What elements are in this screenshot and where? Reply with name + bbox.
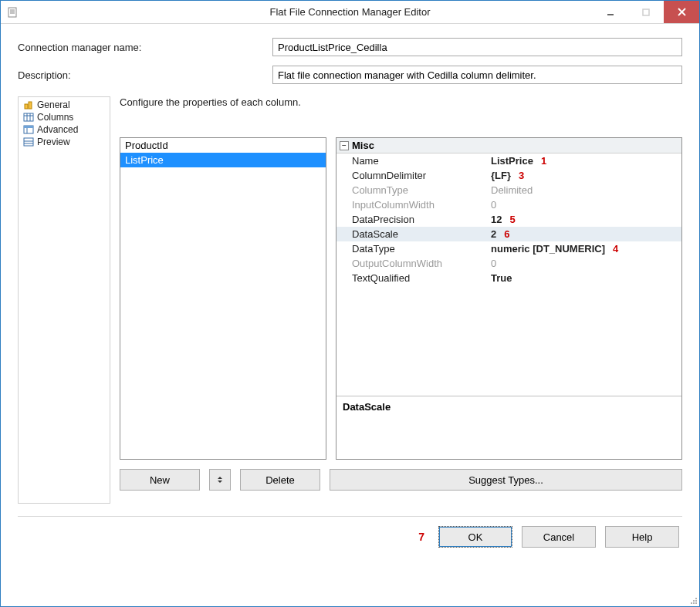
annotation: 1 (541, 155, 546, 167)
window-controls (593, 1, 699, 23)
property-row[interactable]: NameListPrice1 (336, 153, 681, 168)
new-button[interactable]: New (120, 469, 200, 491)
svg-marker-20 (218, 477, 222, 479)
svg-rect-8 (25, 104, 28, 109)
property-description: DataScale (336, 396, 681, 459)
collapse-icon[interactable]: − (340, 141, 349, 150)
help-button[interactable]: Help (605, 526, 679, 548)
svg-point-24 (695, 600, 697, 602)
ok-button[interactable]: OK (438, 526, 512, 548)
sidebar-item-label: Advanced (37, 124, 78, 135)
svg-point-27 (695, 598, 697, 599)
svg-rect-5 (643, 9, 649, 15)
property-name: ColumnDelimiter (352, 170, 491, 181)
sidebar-item-columns[interactable]: Columns (22, 111, 107, 123)
new-dropdown-button[interactable] (209, 469, 231, 491)
property-name: DataType (352, 243, 491, 255)
property-row[interactable]: TextQualifiedTrue (336, 271, 681, 285)
annotation: 4 (613, 243, 618, 255)
svg-point-26 (693, 600, 695, 602)
instruction-text: Configure the properties of each column. (120, 96, 682, 108)
svg-point-22 (695, 602, 697, 604)
connection-name-label: Connection manager name: (18, 42, 272, 53)
property-row[interactable]: InputColumnWidth0 (336, 197, 681, 212)
property-name: OutputColumnWidth (352, 258, 491, 269)
property-name: ColumnType (352, 184, 491, 196)
svg-rect-9 (29, 102, 32, 109)
sidebar-item-label: Columns (37, 112, 73, 123)
svg-rect-0 (8, 8, 16, 17)
property-name: DataScale (352, 228, 491, 240)
svg-rect-17 (24, 138, 33, 146)
maximize-button (628, 1, 664, 23)
property-row[interactable]: DataScale26 (336, 227, 681, 241)
property-description-title: DataScale (343, 401, 391, 413)
svg-marker-21 (218, 481, 222, 483)
property-grid: − Misc NameListPrice1ColumnDelimiter{LF}… (336, 137, 682, 460)
sidebar-item-advanced[interactable]: Advanced (22, 123, 107, 136)
sidebar-item-label: Preview (37, 137, 70, 147)
annotation: 7 (418, 531, 424, 543)
property-value[interactable]: Delimited (491, 184, 681, 196)
resize-grip-icon[interactable] (688, 595, 698, 605)
property-row[interactable]: DataTypenumeric [DT_NUMERIC]4 (336, 241, 681, 256)
general-icon (23, 99, 34, 110)
property-row[interactable]: OutputColumnWidth0 (336, 256, 681, 271)
property-value[interactable]: ListPrice1 (491, 155, 681, 167)
annotation: 5 (509, 214, 515, 225)
sidebar-item-label: General (37, 99, 70, 110)
property-value[interactable]: {LF}3 (491, 170, 681, 181)
svg-point-23 (693, 602, 695, 604)
property-value[interactable]: 125 (491, 214, 681, 225)
svg-point-25 (691, 602, 692, 604)
property-name: Name (352, 155, 491, 167)
property-value[interactable]: 0 (491, 199, 681, 211)
column-list-item[interactable]: ProductId (120, 138, 326, 153)
property-row[interactable]: DataPrecision125 (336, 212, 681, 227)
property-row[interactable]: ColumnTypeDelimited (336, 183, 681, 197)
title-bar: Flat File Connection Manager Editor (1, 1, 699, 24)
property-name: InputColumnWidth (352, 199, 491, 211)
advanced-icon (23, 124, 34, 135)
suggest-types-button[interactable]: Suggest Types... (330, 469, 682, 491)
annotation: 3 (519, 170, 524, 181)
property-category-header[interactable]: − Misc (336, 138, 681, 153)
property-row[interactable]: ColumnDelimiter{LF}3 (336, 168, 681, 183)
sidebar: General Columns Advanced Preview (18, 96, 110, 504)
description-label: Description: (18, 69, 272, 81)
cancel-button[interactable]: Cancel (522, 526, 596, 548)
column-list[interactable]: ProductId ListPrice (120, 137, 326, 460)
delete-button[interactable]: Delete (240, 469, 320, 491)
app-icon (7, 6, 19, 19)
svg-rect-10 (24, 113, 33, 121)
property-value[interactable]: numeric [DT_NUMERIC]4 (491, 243, 681, 255)
minimize-button[interactable] (593, 1, 628, 23)
preview-icon (23, 137, 34, 147)
property-value[interactable]: True (491, 272, 681, 284)
annotation: 6 (504, 228, 509, 240)
description-input[interactable] (272, 66, 682, 84)
chevron-updown-icon (216, 476, 224, 484)
property-category-label: Misc (352, 140, 374, 151)
property-name: DataPrecision (352, 214, 491, 225)
property-value[interactable]: 0 (491, 258, 681, 269)
column-list-item[interactable]: ListPrice (120, 153, 326, 167)
sidebar-item-preview[interactable]: Preview (22, 136, 107, 148)
divider (18, 516, 682, 517)
svg-rect-15 (24, 126, 33, 128)
connection-name-input[interactable] (272, 38, 682, 56)
columns-icon (23, 112, 34, 123)
sidebar-item-general[interactable]: General (22, 99, 107, 111)
property-name: TextQualified (352, 272, 491, 284)
property-value[interactable]: 26 (491, 228, 681, 240)
close-button[interactable] (664, 1, 699, 23)
